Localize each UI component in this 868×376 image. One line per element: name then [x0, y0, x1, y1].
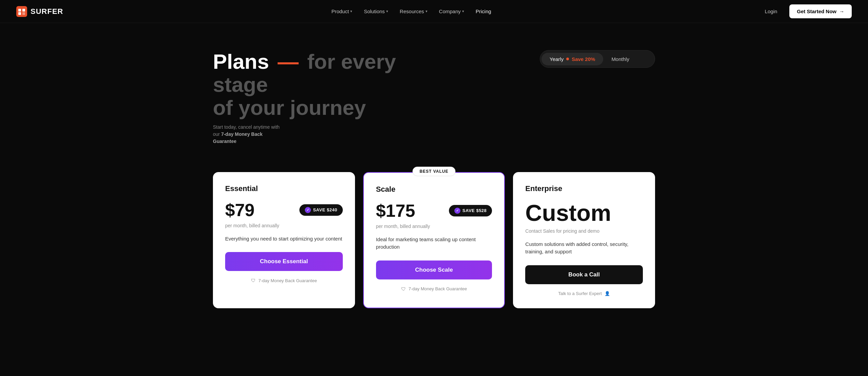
choose-essential-button[interactable]: Choose Essential — [225, 252, 343, 271]
billing-toggle[interactable]: Yearly Save 20% Monthly — [540, 50, 655, 68]
price-period-essential: per month, billed annually — [225, 223, 343, 228]
plan-name-scale: Scale — [376, 185, 492, 194]
login-button[interactable]: Login — [760, 6, 783, 17]
book-call-button[interactable]: Book a Call — [525, 265, 643, 284]
nav-item-resources[interactable]: Resources ▾ — [395, 6, 432, 17]
chevron-down-icon: ▾ — [426, 9, 428, 14]
hero-subtitle: Start today, cancel anytime with our 7-d… — [213, 124, 281, 145]
nav-actions: Login Get Started Now → — [760, 4, 852, 18]
nav-item-solutions[interactable]: Solutions ▾ — [359, 6, 393, 17]
plan-essential: Essential $79 ✓ SAVE $240 per month, bil… — [213, 172, 355, 308]
svg-rect-0 — [16, 6, 27, 17]
nav-item-product[interactable]: Product ▾ — [327, 6, 357, 17]
plan-scale: BEST VALUE Scale $175 ✓ SAVE $528 per mo… — [363, 172, 505, 308]
plan-name-essential: Essential — [225, 184, 343, 193]
best-value-badge: BEST VALUE — [412, 167, 455, 176]
nav-links: Product ▾ Solutions ▾ Resources ▾ Compan… — [327, 6, 496, 17]
svg-rect-4 — [22, 12, 25, 15]
arrow-icon: → — [839, 8, 844, 14]
toggle-yearly[interactable]: Yearly Save 20% — [541, 53, 603, 65]
choose-scale-button[interactable]: Choose Scale — [376, 260, 492, 279]
hero-section: Plans — for every stage of your journey … — [197, 23, 671, 165]
person-icon: 👤 — [605, 291, 610, 296]
svg-rect-2 — [22, 9, 25, 12]
guarantee-scale: 🛡 7-day Money Back Guarantee — [376, 286, 492, 292]
price-period-scale: per month, billed annually — [376, 224, 492, 229]
logo[interactable]: SURFER — [16, 6, 63, 17]
check-icon: ✓ — [305, 207, 311, 213]
hero-title-line2: of your journey — [213, 96, 366, 119]
check-icon: ✓ — [454, 208, 460, 214]
hero-title-plans: Plans — [213, 50, 269, 73]
save-label: Save 20% — [572, 56, 595, 62]
navbar: SURFER Product ▾ Solutions ▾ Resources ▾… — [0, 0, 868, 23]
logo-text: SURFER — [31, 7, 63, 16]
plan-enterprise: Enterprise Custom Contact Sales for pric… — [513, 172, 655, 308]
plan-name-enterprise: Enterprise — [525, 184, 643, 193]
save-badge-scale: ✓ SAVE $528 — [449, 205, 492, 216]
plan-description-enterprise: Custom solutions with added control, sec… — [525, 241, 643, 256]
hero-heading: Plans — for every stage of your journey … — [213, 50, 416, 145]
shield-icon: 🛡 — [251, 278, 256, 283]
svg-rect-3 — [18, 12, 21, 15]
chevron-down-icon: ▾ — [462, 9, 464, 14]
chevron-down-icon: ▾ — [350, 9, 352, 14]
guarantee-essential: 🛡 7-day Money Back Guarantee — [225, 278, 343, 283]
shield-icon: 🛡 — [401, 286, 406, 292]
nav-item-company[interactable]: Company ▾ — [434, 6, 469, 17]
get-started-button[interactable]: Get Started Now → — [789, 4, 852, 18]
plan-description-essential: Everything you need to start optimizing … — [225, 235, 343, 243]
surfer-logo-icon — [16, 6, 27, 17]
save-badge-essential: ✓ SAVE $240 — [299, 204, 342, 216]
pricing-cards: Essential $79 ✓ SAVE $240 per month, bil… — [213, 172, 655, 308]
nav-item-pricing[interactable]: Pricing — [471, 6, 496, 17]
toggle-monthly[interactable]: Monthly — [603, 53, 637, 65]
enterprise-contact: Contact Sales for pricing and demo — [525, 228, 643, 234]
price-enterprise: Custom — [525, 201, 643, 224]
pricing-section: Essential $79 ✓ SAVE $240 per month, bil… — [197, 165, 671, 335]
svg-rect-1 — [18, 9, 21, 12]
price-scale: $175 — [376, 202, 415, 220]
save-dot-icon — [566, 58, 569, 60]
chevron-down-icon: ▾ — [386, 9, 388, 14]
talk-expert: Talk to a Surfer Expert 👤 — [525, 291, 643, 296]
plan-description-scale: Ideal for marketing teams scaling up con… — [376, 236, 492, 251]
price-essential: $79 — [225, 201, 255, 219]
hero-dash: — — [278, 50, 299, 73]
